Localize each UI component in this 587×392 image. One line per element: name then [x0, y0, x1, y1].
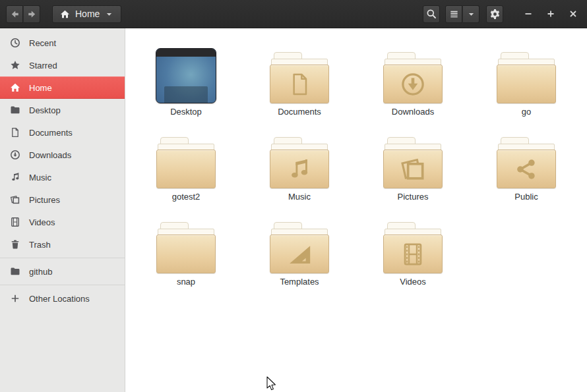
file-item-documents[interactable]: Documents	[243, 45, 356, 130]
file-manager-window: Home	[0, 0, 587, 392]
search-button[interactable]	[423, 5, 440, 23]
folder-icon	[496, 137, 557, 188]
file-item-pictures[interactable]: Pictures	[356, 130, 470, 215]
back-button[interactable]	[6, 5, 23, 23]
sidebar-separator	[0, 258, 125, 258]
file-item-label: Templates	[280, 277, 319, 287]
folder-icon	[269, 222, 330, 273]
folder-icon	[156, 137, 216, 188]
file-icon-box	[383, 130, 443, 188]
file-item-snap[interactable]: snap	[129, 215, 243, 300]
search-icon	[426, 9, 437, 19]
photo-icon	[398, 155, 427, 184]
photo-icon	[10, 194, 20, 205]
file-item-label: Downloads	[392, 107, 434, 117]
gear-icon	[489, 9, 501, 20]
sidebar-item-label: Pictures	[29, 195, 60, 205]
window-body: RecentStarredHomeDesktopDocumentsDownloa…	[0, 28, 587, 392]
plus-icon	[10, 293, 20, 304]
forward-button[interactable]	[23, 5, 40, 23]
file-item-public[interactable]: Public	[470, 130, 583, 215]
file-icon-box	[496, 130, 557, 188]
file-item-label: go	[522, 107, 531, 117]
sidebar-item-label: Music	[29, 173, 51, 182]
folder-icon	[269, 52, 330, 103]
file-view[interactable]: DesktopDocumentsDownloadsgogotest2MusicP…	[125, 28, 587, 392]
music-note-icon	[287, 157, 312, 182]
location-button[interactable]: Home	[52, 5, 121, 23]
file-item-templates[interactable]: Templates	[243, 215, 356, 300]
film-icon	[10, 217, 20, 227]
file-item-music[interactable]: Music	[243, 130, 356, 215]
sidebar-item-trash[interactable]: Trash	[0, 233, 125, 256]
sidebar-item-label: github	[29, 267, 52, 277]
view-toggle-group	[445, 5, 479, 23]
folder-icon	[10, 105, 20, 115]
sidebar-item-home[interactable]: Home	[0, 76, 125, 99]
sidebar-item-github[interactable]: github	[0, 260, 125, 283]
music-note-icon	[10, 172, 20, 182]
file-item-label: Public	[514, 192, 538, 202]
share-icon	[514, 157, 539, 182]
file-item-label: Music	[288, 192, 311, 202]
location-label: Home	[75, 9, 100, 19]
sidebar-item-label: Starred	[29, 61, 57, 70]
arrow-right-icon	[27, 9, 37, 19]
list-view-button[interactable]	[445, 5, 462, 23]
sidebar: RecentStarredHomeDesktopDocumentsDownloa…	[0, 28, 125, 392]
sidebar-item-pictures[interactable]: Pictures	[0, 188, 125, 211]
folder-icon	[10, 266, 20, 277]
window-controls	[514, 6, 581, 22]
maximize-button[interactable]	[543, 6, 559, 22]
download-icon	[398, 70, 427, 99]
folder-icon	[383, 52, 443, 103]
folder-icon	[383, 222, 443, 273]
settings-button[interactable]	[486, 5, 503, 23]
folder-icon	[156, 222, 216, 273]
sidebar-item-downloads[interactable]: Downloads	[0, 144, 125, 166]
chevron-down-icon	[105, 10, 113, 18]
document-icon	[10, 127, 20, 138]
file-grid: DesktopDocumentsDownloadsgogotest2MusicP…	[125, 28, 587, 300]
sidebar-item-desktop[interactable]: Desktop	[0, 99, 125, 121]
sidebar-item-label: Videos	[29, 217, 55, 227]
list-view-icon	[449, 9, 459, 19]
file-item-downloads[interactable]: Downloads	[356, 45, 470, 130]
view-options-button[interactable]	[462, 5, 479, 23]
minus-icon	[523, 9, 534, 19]
file-item-gotest2[interactable]: gotest2	[129, 130, 243, 215]
file-icon-box	[269, 45, 330, 103]
sidebar-item-other-locations[interactable]: Other Locations	[0, 287, 125, 310]
sidebar-item-recent[interactable]: Recent	[0, 32, 125, 54]
chevron-down-icon	[467, 10, 476, 18]
desktop-screen-icon	[156, 48, 216, 103]
sidebar-item-label: Desktop	[29, 105, 61, 115]
sidebar-item-documents[interactable]: Documents	[0, 121, 125, 144]
trash-icon	[10, 239, 20, 250]
file-item-label: gotest2	[172, 192, 201, 202]
clock-icon	[10, 38, 20, 48]
file-item-label: Videos	[400, 277, 426, 287]
minimize-button[interactable]	[520, 6, 536, 22]
history-nav-group	[6, 5, 40, 23]
sidebar-separator	[0, 285, 125, 285]
sidebar-item-label: Trash	[29, 240, 51, 250]
sidebar-item-music[interactable]: Music	[0, 166, 125, 188]
file-icon-box	[156, 130, 216, 188]
close-button[interactable]	[565, 6, 581, 22]
sidebar-item-label: Downloads	[29, 150, 71, 160]
sidebar-item-label: Documents	[29, 128, 73, 138]
ruler-triangle-icon	[286, 240, 313, 268]
file-item-go[interactable]: go	[470, 45, 583, 130]
sidebar-item-starred[interactable]: Starred	[0, 54, 125, 76]
file-item-videos[interactable]: Videos	[356, 215, 470, 300]
film-icon	[398, 240, 427, 269]
sidebar-item-label: Home	[29, 83, 52, 93]
home-icon	[10, 82, 20, 93]
sidebar-item-label: Recent	[29, 38, 56, 48]
file-icon-box	[383, 45, 443, 103]
sidebar-item-videos[interactable]: Videos	[0, 211, 125, 233]
file-icon-box	[269, 130, 330, 188]
file-item-desktop[interactable]: Desktop	[129, 45, 243, 130]
file-item-label: Desktop	[170, 107, 202, 117]
